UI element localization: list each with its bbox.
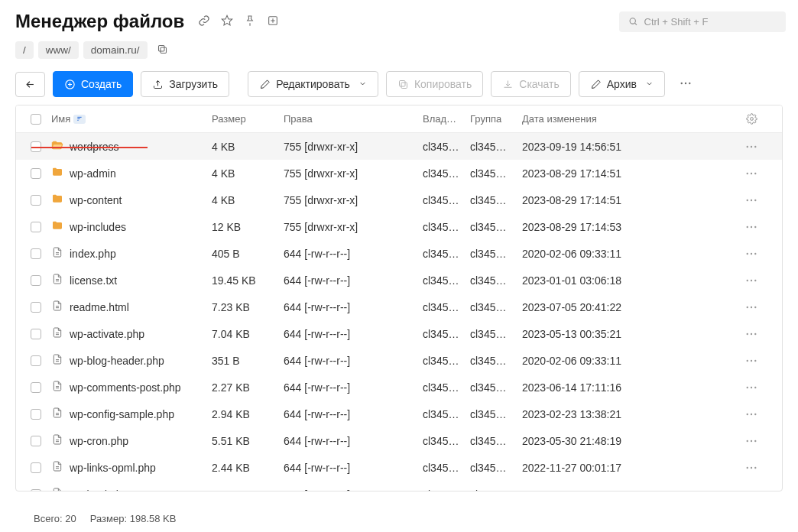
row-checkbox[interactable] [31, 248, 41, 259]
file-group: cl345… [470, 194, 522, 206]
back-button[interactable] [15, 72, 45, 97]
file-size: 2.44 KB [212, 462, 284, 474]
file-perms: 644 [-rw-r--r--] [284, 328, 423, 340]
row-checkbox[interactable] [31, 489, 41, 491]
toolbar-more-button[interactable] [673, 72, 699, 97]
row-checkbox[interactable] [31, 302, 41, 313]
column-name[interactable]: Имя [51, 113, 212, 125]
svg-point-33 [747, 332, 748, 334]
row-checkbox[interactable] [31, 222, 41, 232]
svg-rect-4 [158, 45, 164, 51]
row-more-button[interactable] [736, 300, 767, 314]
file-group: cl345… [470, 408, 522, 420]
page-title: Менеджер файлов [15, 11, 184, 32]
file-size: 19.45 KB [212, 274, 284, 287]
svg-point-41 [754, 386, 756, 388]
row-more-button[interactable] [736, 167, 767, 180]
svg-point-18 [747, 199, 748, 200]
column-modified[interactable]: Дата изменения [522, 113, 736, 125]
table-row[interactable]: wp-comments-post.php2.27 KB644 [-rw-r--r… [16, 374, 782, 401]
table-row[interactable]: index.php405 B644 [-rw-r--r--]cl345…cl34… [16, 240, 782, 267]
row-checkbox[interactable] [31, 355, 41, 366]
table-row[interactable]: license.txt19.45 KB644 [-rw-r--r--]cl345… [16, 267, 782, 294]
row-more-button[interactable] [736, 354, 767, 368]
row-more-button[interactable] [736, 193, 767, 207]
file-owner: cl345… [423, 221, 470, 233]
row-more-button[interactable] [736, 407, 767, 421]
row-checkbox[interactable] [31, 329, 41, 339]
table-row[interactable]: wp-load.php3.83 KB644 [-rw-r--r--]cl345…… [16, 481, 782, 491]
table-row[interactable]: wp-includes12 KB755 [drwxr-xr-x]cl345…cl… [16, 213, 782, 240]
row-more-button[interactable] [736, 434, 767, 448]
table-row[interactable]: wp-cron.php5.51 KB644 [-rw-r--r--]cl345…… [16, 427, 782, 454]
column-size[interactable]: Размер [212, 113, 284, 125]
column-group[interactable]: Группа [470, 113, 522, 125]
upload-button[interactable]: Загрузить [141, 71, 229, 97]
svg-point-31 [751, 306, 752, 307]
table-row[interactable]: wp-blog-header.php351 B644 [-rw-r--r--]c… [16, 347, 782, 374]
file-owner: cl345… [423, 328, 470, 340]
search-box[interactable] [619, 11, 786, 32]
row-more-button[interactable] [736, 327, 767, 341]
row-checkbox[interactable] [31, 382, 41, 393]
file-owner: cl345… [423, 408, 470, 420]
row-more-button[interactable] [736, 381, 767, 394]
table-row[interactable]: wp-admin4 KB755 [drwxr-xr-x]cl345…cl345…… [16, 160, 782, 187]
svg-point-11 [750, 118, 753, 121]
row-checkbox[interactable] [31, 436, 41, 446]
row-checkbox[interactable] [31, 462, 41, 473]
row-more-button[interactable] [736, 488, 767, 491]
search-input[interactable] [644, 16, 777, 28]
file-icon [51, 433, 63, 448]
table-row[interactable]: wp-activate.php7.04 KB644 [-rw-r--r--]cl… [16, 320, 782, 347]
file-date: 2020-02-06 09:33:11 [522, 355, 736, 367]
table-row[interactable]: wp-config-sample.php2.94 KB644 [-rw-r--r… [16, 401, 782, 427]
file-icon [51, 246, 63, 261]
breadcrumb-root[interactable]: / [15, 41, 34, 59]
external-icon[interactable] [267, 15, 279, 29]
row-more-button[interactable] [736, 140, 767, 154]
table-row[interactable]: wp-content4 KB755 [drwxr-xr-x]cl345…cl34… [16, 187, 782, 213]
table-row[interactable]: readme.html7.23 KB644 [-rw-r--r--]cl345…… [16, 294, 782, 320]
row-checkbox[interactable] [31, 409, 41, 420]
breadcrumb-domain[interactable]: domain.ru/ [83, 41, 148, 59]
row-checkbox[interactable] [31, 168, 41, 179]
file-group: cl345… [470, 301, 522, 313]
file-size: 2.94 KB [212, 408, 284, 420]
file-group: cl345… [470, 488, 522, 491]
svg-marker-0 [222, 15, 232, 25]
table-settings-button[interactable] [736, 113, 767, 125]
row-checkbox[interactable] [31, 275, 41, 286]
star-icon[interactable] [221, 15, 233, 29]
archive-button[interactable]: Архив [579, 71, 665, 97]
column-perms[interactable]: Права [284, 113, 423, 125]
table-row[interactable]: wordpress4 KB755 [drwxr-xr-x]cl345…cl345… [16, 133, 782, 160]
row-more-button[interactable] [736, 220, 767, 234]
table-row[interactable]: wp-links-opml.php2.44 KB644 [-rw-r--r--]… [16, 454, 782, 481]
row-more-button[interactable] [736, 274, 767, 287]
svg-point-15 [747, 172, 748, 174]
column-owner[interactable]: Влад… [423, 113, 470, 125]
svg-point-12 [747, 145, 748, 147]
file-perms: 755 [drwxr-xr-x] [284, 167, 423, 180]
select-all-checkbox[interactable] [31, 114, 41, 125]
file-icon [51, 273, 63, 287]
link-icon[interactable] [198, 15, 210, 29]
row-more-button[interactable] [736, 247, 767, 261]
archive-button-label: Архив [607, 78, 637, 90]
svg-point-24 [747, 252, 748, 254]
breadcrumb-www[interactable]: www/ [38, 41, 79, 59]
svg-point-50 [754, 466, 756, 468]
pin-icon[interactable] [244, 15, 256, 29]
svg-rect-6 [401, 83, 407, 89]
row-checkbox[interactable] [31, 195, 41, 206]
chevron-down-icon [358, 78, 367, 90]
row-more-button[interactable] [736, 461, 767, 475]
file-name: wp-admin [70, 167, 116, 180]
copy-path-icon[interactable] [152, 44, 168, 57]
file-group: cl345… [470, 435, 522, 447]
create-button[interactable]: Создать [53, 71, 133, 97]
edit-button[interactable]: Редактировать [248, 71, 378, 97]
file-group: cl345… [470, 355, 522, 367]
file-size: 7.04 KB [212, 328, 284, 340]
